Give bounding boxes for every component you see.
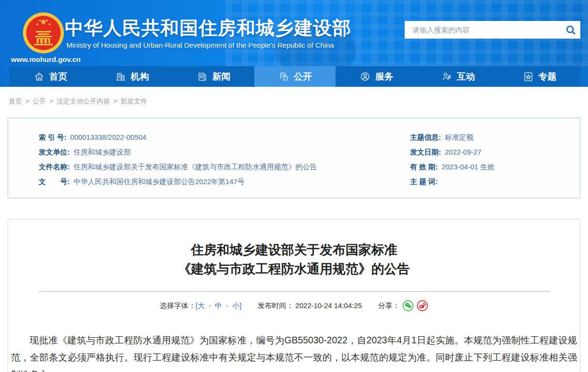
nav-item-orgs[interactable]: 机构 [91, 66, 173, 87]
disclosure-icon [278, 71, 290, 83]
publish-time-label: 发布时间： [258, 301, 294, 310]
metadata-label: 文 号: [39, 177, 70, 186]
nav-label: 公开 [294, 71, 312, 83]
metadata-label: 文件名称: [39, 163, 70, 172]
nav-item-news[interactable]: 新闻 [173, 66, 254, 87]
nav-label: 首页 [49, 71, 67, 83]
site-url: www.mohurd.gov.cn [4, 55, 88, 63]
site-title: 中华人民共和国住房和城乡建设部 [65, 15, 351, 41]
metadata-label: 主 题 词: [410, 177, 438, 186]
share-label: 分享： [378, 301, 399, 310]
nav-item-disclosure[interactable]: 公开 [254, 66, 336, 87]
main-nav: 首页机构新闻公开服务互动专题 [0, 66, 588, 87]
nav-item-topics[interactable]: 专题 [499, 66, 580, 87]
article-title-line2: 《建筑与市政工程防水通用规范》的公告 [178, 262, 410, 276]
search-icon[interactable] [561, 21, 580, 39]
breadcrumb-separator: > [49, 97, 53, 105]
weibo-icon[interactable] [417, 300, 428, 311]
news-icon [197, 71, 208, 83]
article-box: 住房和城乡建设部关于发布国家标准 《建筑与市政工程防水通用规范》的公告 选择字体… [8, 219, 580, 372]
nav-label: 服务 [375, 71, 393, 83]
font-size-link-small[interactable]: 小 [232, 301, 240, 310]
site-subtitle-english: Ministry of Housing and Urban-Rural Deve… [66, 41, 334, 49]
nav-item-services[interactable]: 服务 [336, 66, 417, 87]
metadata-value: 住房和城乡建设部 [74, 148, 131, 157]
metadata-label: 主题信息: [410, 133, 441, 142]
breadcrumb-item[interactable]: 公开 [32, 97, 46, 105]
metadata-row: 发文单位:住房和城乡建设部发文日期:2022-09-27 [8, 145, 580, 160]
building-icon [115, 71, 126, 83]
metadata-value: 2023-04-01 生效 [441, 163, 494, 172]
breadcrumb-item[interactable]: 部发文件 [121, 97, 147, 105]
nav-item-home[interactable]: 首页 [10, 66, 91, 87]
metadata-value: 中华人民共和国住房和城乡建设部公告2022年第147号 [74, 177, 244, 186]
font-select-label: 选择字体： [160, 301, 196, 310]
breadcrumb-separator: > [113, 97, 117, 105]
metadata-label: 发文单位: [39, 148, 70, 157]
publish-time-value: 2022-10-24 14:04:25 [295, 301, 362, 310]
wechat-icon[interactable] [402, 300, 414, 311]
font-size-link-large[interactable]: 大 [198, 301, 205, 310]
interaction-icon [441, 71, 452, 83]
metadata-label: 索 引 号: [39, 133, 66, 142]
nav-label: 互动 [457, 71, 475, 83]
metadata-label: 发文日期: [410, 148, 441, 157]
font-size-selector: [大 - 中 - 小] [196, 301, 242, 310]
topics-icon [523, 71, 534, 83]
share-block: 分享： [378, 300, 428, 311]
article-title: 住房和城乡建设部关于发布国家标准 《建筑与市政工程防水通用规范》的公告 [8, 219, 580, 279]
font-size-separator: - [224, 301, 230, 310]
metadata-value: 000013338/2022-00504 [70, 133, 146, 142]
font-size-link-medium[interactable]: 中 [215, 301, 222, 310]
search-input[interactable] [405, 21, 561, 39]
document-metadata-box: 索 引 号:000013338/2022-00504主题信息:标准定额发文单位:… [8, 118, 580, 198]
metadata-label: 有 效 期: [410, 163, 438, 172]
metadata-value: 2022-09-27 [445, 148, 482, 157]
nav-label: 新闻 [212, 71, 231, 83]
metadata-row: 索 引 号:000013338/2022-00504主题信息:标准定额 [8, 130, 580, 145]
title-divider [39, 291, 549, 292]
metadata-row: 文件名称:住房和城乡建设部关于发布国家标准《建筑与市政工程防水通用规范》的公告有… [8, 160, 580, 175]
metadata-row: 文 号:中华人民共和国住房和城乡建设部公告2022年第147号主 题 词: [8, 175, 580, 189]
nav-item-interaction[interactable]: 互动 [417, 66, 499, 87]
breadcrumb-separator: > [25, 97, 29, 105]
article-title-line1: 住房和城乡建设部关于发布国家标准 [191, 243, 397, 257]
home-icon [33, 71, 45, 83]
metadata-value: 住房和城乡建设部关于发布国家标准《建筑与市政工程防水通用规范》的公告 [74, 163, 317, 172]
national-emblem-icon [21, 10, 66, 55]
breadcrumb-item[interactable]: 法定主动公开内容 [56, 97, 110, 105]
font-size-separator: - [207, 301, 213, 310]
article-meta-row: 选择字体： [大 - 中 - 小] 发布时间：2022-10-24 14:04:… [8, 300, 580, 311]
metadata-value: 标准定额 [445, 133, 473, 142]
site-header: www.mohurd.gov.cn 中华人民共和国住房和城乡建设部 Minist… [0, 0, 588, 66]
breadcrumb: 首页>公开>法定主动公开内容>部发文件 [0, 87, 588, 106]
search-box [405, 21, 580, 39]
nav-label: 机构 [131, 71, 149, 83]
breadcrumb-item[interactable]: 首页 [9, 97, 22, 105]
article-paragraph: 现批准《建筑与市政工程防水通用规范》为国家标准，编号为GB55030-2022，… [11, 331, 577, 372]
publish-time-block: 发布时间：2022-10-24 14:04:25 [258, 301, 362, 310]
service-icon [359, 71, 371, 83]
nav-label: 专题 [538, 71, 556, 83]
